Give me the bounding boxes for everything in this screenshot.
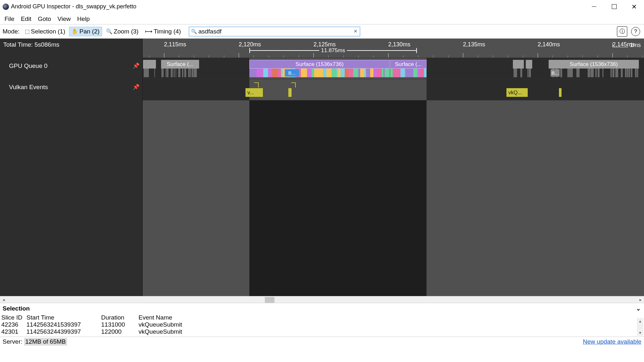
mode-selection-label: Selection (1) <box>31 28 65 35</box>
shade <box>427 100 644 296</box>
server-label: Server: <box>3 338 22 345</box>
timeline[interactable]: Total Time: 5s086ms 1ms 2,115ms 2,120ms … <box>0 39 644 296</box>
titlebar: Android GPU Inspector - dls_swappy_vk.pe… <box>0 0 644 14</box>
cell: vkQueueSubmit <box>139 321 643 328</box>
help-button[interactable]: ? <box>631 27 640 36</box>
mode-pan-label: Pan (2) <box>79 28 99 35</box>
mode-label: Mode: <box>3 28 20 35</box>
app-icon <box>3 4 9 10</box>
info-button[interactable]: ⓘ <box>617 26 627 37</box>
mode-zoom-label: Zoom (3) <box>114 28 139 35</box>
arrow-icon <box>254 82 259 88</box>
tick-label: 2,135ms <box>463 41 485 48</box>
col-start-time[interactable]: Start Time <box>26 314 99 321</box>
track-label: Vulkan Events <box>9 84 48 91</box>
clear-search-icon[interactable]: × <box>353 28 358 35</box>
maximize-button[interactable] <box>604 1 624 13</box>
surface-block[interactable]: Surface (... <box>161 60 199 69</box>
col-duration[interactable]: Duration <box>101 314 136 321</box>
total-time-label: Total Time: 5s086ms <box>3 41 59 48</box>
scroll-left-icon[interactable]: ◂ <box>0 296 7 303</box>
mode-selection[interactable]: ⬚ Selection (1) <box>22 27 68 36</box>
selection-header[interactable]: Selection ⌄ <box>0 303 644 314</box>
search-icon: 🔍 <box>191 29 197 34</box>
menu-help[interactable]: Help <box>74 14 93 24</box>
modebar: Mode: ⬚ Selection (1) ✋ Pan (2) 🔍 Zoom (… <box>0 24 644 39</box>
pan-icon: ✋ <box>72 29 78 34</box>
tick-label: 2,125ms <box>313 41 336 48</box>
surface-block[interactable] <box>143 60 156 69</box>
track-labels-column <box>0 39 143 296</box>
vulkan-event[interactable]: v... <box>245 88 263 97</box>
col-slice-id[interactable]: Slice ID <box>1 314 24 321</box>
table-row[interactable]: 42301 1142563244399397 122000 vkQueueSub… <box>1 328 643 335</box>
track-label: GPU Queue 0 <box>9 62 47 70</box>
blit-sub-label: B... <box>285 69 299 77</box>
menu-edit[interactable]: Edit <box>18 14 35 24</box>
ruler-ticks <box>143 52 644 58</box>
menu-goto[interactable]: Goto <box>34 14 54 24</box>
surface-block[interactable] <box>526 60 532 69</box>
mode-zoom[interactable]: 🔍 Zoom (3) <box>103 27 141 36</box>
surface-sub: B... <box>249 69 390 77</box>
selection-title: Selection <box>3 305 30 312</box>
update-link[interactable]: New update available <box>583 338 641 345</box>
cell: 122000 <box>101 328 136 335</box>
col-event-name[interactable]: Event Name <box>139 314 643 321</box>
shade <box>143 100 249 296</box>
surface-sub <box>143 69 156 77</box>
vulkan-event[interactable] <box>559 88 562 97</box>
table-header: Slice ID Start Time Duration Event Name <box>1 314 643 321</box>
search-field[interactable]: 🔍 × <box>189 27 360 36</box>
mode-pan[interactable]: ✋ Pan (2) <box>69 27 102 36</box>
surface-sub <box>526 69 532 77</box>
tick-label: 2,130ms <box>388 41 410 48</box>
tick-label: 2,120ms <box>239 41 261 48</box>
arrow-icon <box>291 82 296 88</box>
selection-vertical-scrollbar[interactable]: ▴ ▾ <box>637 318 643 336</box>
table-row[interactable]: 42236 1142563241539397 1131000 vkQueueSu… <box>1 321 643 328</box>
vulkan-event[interactable]: vkQ... <box>506 88 528 97</box>
status-bar: Server: 12MB of 65MB New update availabl… <box>0 337 644 346</box>
horizontal-scrollbar[interactable]: ◂ ▸ <box>0 296 644 303</box>
cell: 1142563241539397 <box>26 321 99 328</box>
cell: 42236 <box>1 321 24 328</box>
server-memory: 12MB of 65MB <box>24 338 67 346</box>
surface-block-selected[interactable]: Surface (1536x736) <box>249 60 390 69</box>
surface-block[interactable] <box>513 60 524 69</box>
close-button[interactable] <box>624 1 644 13</box>
tick-label: 2,140ms <box>538 41 560 48</box>
vulkan-event[interactable] <box>288 88 292 97</box>
selection-table[interactable]: Slice ID Start Time Duration Event Name … <box>0 314 644 335</box>
search-input[interactable] <box>198 28 353 35</box>
selection-icon: ⬚ <box>25 29 30 34</box>
cell: vkQueueSubmit <box>139 328 643 335</box>
pin-icon[interactable]: 📌 <box>133 84 139 90</box>
cell: 1142563244399397 <box>26 328 99 335</box>
surface-sub <box>390 69 427 77</box>
minimize-button[interactable] <box>584 1 604 13</box>
tick-label: 2,115ms <box>164 41 186 48</box>
scroll-thumb[interactable] <box>265 297 274 303</box>
scroll-down-icon[interactable]: ▾ <box>637 330 643 336</box>
scroll-up-icon[interactable]: ▴ <box>637 318 643 324</box>
surface-sub <box>513 69 524 77</box>
scale-indicator: 1ms <box>612 42 641 49</box>
menu-view[interactable]: View <box>54 14 74 24</box>
surface-block[interactable]: Surface (1536x736) <box>549 60 639 69</box>
window-title: Android GPU Inspector - dls_swappy_vk.pe… <box>11 3 136 10</box>
cell: 42301 <box>1 328 24 335</box>
selection-panel: Selection ⌄ Slice ID Start Time Duration… <box>0 303 644 337</box>
surface-block-selected[interactable]: Surface (... <box>390 60 427 69</box>
timing-icon: ⟼ <box>145 29 152 34</box>
scale-label: 1ms <box>630 42 641 49</box>
menu-file[interactable]: File <box>1 14 18 24</box>
cell: 1131000 <box>101 321 136 328</box>
blit-sub-label: B... <box>551 69 560 77</box>
zoom-icon: 🔍 <box>106 29 112 34</box>
surface-sub <box>161 69 199 77</box>
scroll-right-icon[interactable]: ▸ <box>637 296 644 303</box>
mode-timing[interactable]: ⟼ Timing (4) <box>142 27 184 36</box>
chevron-down-icon[interactable]: ⌄ <box>636 305 641 312</box>
pin-icon[interactable]: 📌 <box>133 62 139 69</box>
